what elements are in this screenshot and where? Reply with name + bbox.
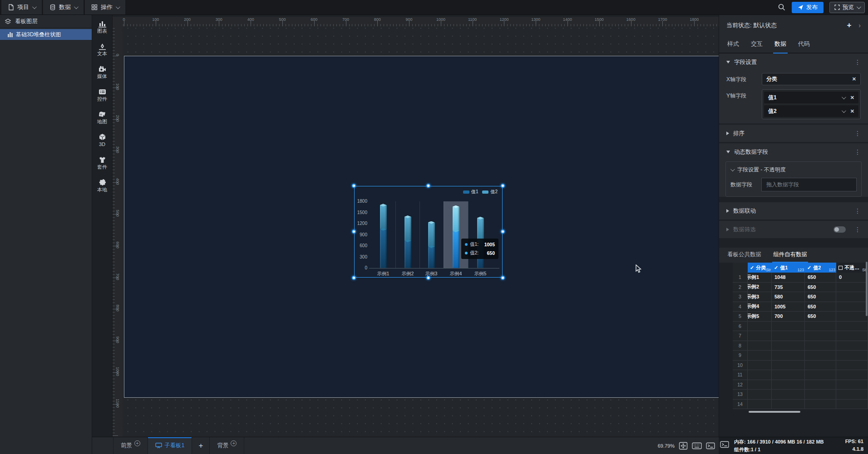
table-cell[interactable] <box>772 322 805 331</box>
tab-board-shared-data[interactable]: 看板公共数据 <box>727 251 761 263</box>
table-row[interactable]: 12 <box>733 380 868 390</box>
table-cell[interactable]: 650 <box>805 273 836 282</box>
remove-field-icon[interactable]: ✕ <box>850 95 854 101</box>
table-cell[interactable] <box>805 390 836 399</box>
tab-code[interactable]: 代码 <box>798 35 810 53</box>
table-cell[interactable] <box>772 390 805 399</box>
column-header-checked[interactable]: ✓分类Str <box>748 263 772 273</box>
section-header[interactable]: 排序 ⋮ <box>719 125 868 142</box>
y-field-chip-1[interactable]: 值1 ✕ <box>764 92 858 103</box>
table-cell[interactable] <box>836 312 868 321</box>
table-cell[interactable] <box>772 331 805 341</box>
section-header[interactable]: 数据联动 ⋮ <box>719 202 868 220</box>
table-cell[interactable] <box>805 351 836 360</box>
table-cell[interactable] <box>748 390 772 399</box>
console-button[interactable] <box>706 442 715 449</box>
table-row[interactable]: 11 <box>733 370 868 380</box>
table-cell[interactable] <box>748 361 772 370</box>
resize-handle-mid-left[interactable] <box>352 229 356 234</box>
resize-handle-top-left[interactable] <box>352 184 356 188</box>
column-header-checked[interactable]: ✓值1123 <box>772 263 805 273</box>
tab-component-own-data[interactable]: 组件自有数据 <box>773 251 807 263</box>
table-cell[interactable] <box>772 351 805 360</box>
terminal-icon[interactable] <box>720 441 729 448</box>
table-cell[interactable] <box>805 380 836 390</box>
more-options-icon[interactable]: ⋮ <box>854 131 861 136</box>
table-cell[interactable]: 示例1 <box>748 273 772 282</box>
add-circle-icon[interactable]: + <box>134 440 140 446</box>
fit-view-button[interactable] <box>679 442 688 450</box>
table-cell[interactable]: 650 <box>805 302 836 312</box>
table-row[interactable]: 4示例41005650 <box>733 302 868 312</box>
table-cell[interactable] <box>836 341 868 351</box>
table-row[interactable]: 14 <box>733 400 868 410</box>
table-row[interactable]: 8 <box>733 341 868 351</box>
table-cell[interactable]: 示例3 <box>748 292 772 302</box>
table-cell[interactable]: 735 <box>772 283 805 292</box>
table-row[interactable]: 3示例3580650 <box>733 292 868 302</box>
library-item-map[interactable]: 地图 <box>92 111 112 133</box>
section-header[interactable]: 动态数据字段 ⋮ <box>719 143 868 161</box>
chevron-down-icon[interactable] <box>842 95 846 99</box>
table-cell[interactable] <box>836 322 868 331</box>
remove-field-icon[interactable]: ✕ <box>850 108 854 114</box>
table-cell[interactable] <box>836 390 868 399</box>
remove-field-icon[interactable]: ✕ <box>852 76 856 82</box>
resize-handle-mid-right[interactable] <box>501 229 505 234</box>
resize-handle-top-right[interactable] <box>501 184 505 188</box>
table-row[interactable]: 2示例2735650 <box>733 283 868 293</box>
more-options-icon[interactable]: ⋮ <box>854 60 861 64</box>
table-cell[interactable] <box>836 400 868 409</box>
table-cell[interactable] <box>748 322 772 331</box>
table-cell[interactable] <box>772 361 805 370</box>
x-axis-field-chip[interactable]: 分类 ✕ <box>762 73 861 85</box>
tab-style[interactable]: 样式 <box>727 35 739 53</box>
table-cell[interactable] <box>805 400 836 409</box>
tab-subboard-1[interactable]: 子看板1 <box>148 437 192 454</box>
table-row[interactable]: 10 <box>733 361 868 371</box>
table-row[interactable]: 5示例5700650 <box>733 312 868 322</box>
table-cell[interactable] <box>772 370 805 380</box>
tab-background[interactable]: 背景 + <box>210 437 244 454</box>
resize-handle-bottom-right[interactable] <box>501 276 505 280</box>
table-cell[interactable] <box>805 370 836 380</box>
table-row[interactable]: 13 <box>733 390 868 400</box>
chevron-down-icon[interactable] <box>842 108 846 113</box>
layer-item-basic-3d-stacked-bar[interactable]: 基础3D堆叠柱状图 <box>0 29 92 40</box>
more-options-icon[interactable]: ⋮ <box>854 150 861 154</box>
table-cell[interactable] <box>805 361 836 370</box>
table-cell[interactable] <box>836 361 868 370</box>
menu-data[interactable]: 数据 <box>43 0 84 15</box>
table-cell[interactable]: 示例4 <box>748 302 772 312</box>
table-cell[interactable]: 示例2 <box>748 283 772 292</box>
table-cell[interactable] <box>748 351 772 360</box>
tab-data[interactable]: 数据 <box>774 35 786 53</box>
section-header[interactable]: 数据筛选 ⋮ <box>719 221 868 238</box>
table-cell[interactable] <box>772 341 805 351</box>
panel-scrollbar[interactable] <box>866 262 868 316</box>
table-cell[interactable]: 1005 <box>772 302 805 312</box>
table-cell[interactable] <box>748 370 772 380</box>
table-cell[interactable]: 650 <box>805 283 836 292</box>
menu-project[interactable]: 项目 <box>1 0 42 15</box>
chart-component-selected[interactable]: 值1 值2 0300600900120015001800示例1示例2示例3示例4… <box>354 186 503 278</box>
add-circle-icon[interactable]: + <box>231 440 237 446</box>
chevron-right-icon[interactable]: › <box>858 22 861 29</box>
table-row[interactable]: 6 <box>733 322 868 332</box>
more-options-icon[interactable]: ⋮ <box>854 227 861 232</box>
table-cell[interactable] <box>836 331 868 341</box>
checkbox-icon[interactable]: ✓ <box>750 265 754 271</box>
table-row[interactable]: 7 <box>733 331 868 341</box>
library-item-charts[interactable]: 图表 <box>92 20 112 43</box>
table-cell[interactable]: 650 <box>805 292 836 302</box>
table-cell[interactable]: 580 <box>772 292 805 302</box>
table-cell[interactable] <box>836 292 868 302</box>
tab-foreground[interactable]: 前景 + <box>113 437 148 454</box>
table-cell[interactable] <box>836 380 868 390</box>
table-row[interactable]: 1示例110486500 <box>733 273 868 283</box>
table-cell[interactable] <box>836 302 868 312</box>
table-row[interactable]: 9 <box>733 351 868 361</box>
table-cell[interactable]: 650 <box>805 312 836 321</box>
resize-handle-bottom-left[interactable] <box>352 276 356 280</box>
table-cell[interactable] <box>805 341 836 351</box>
